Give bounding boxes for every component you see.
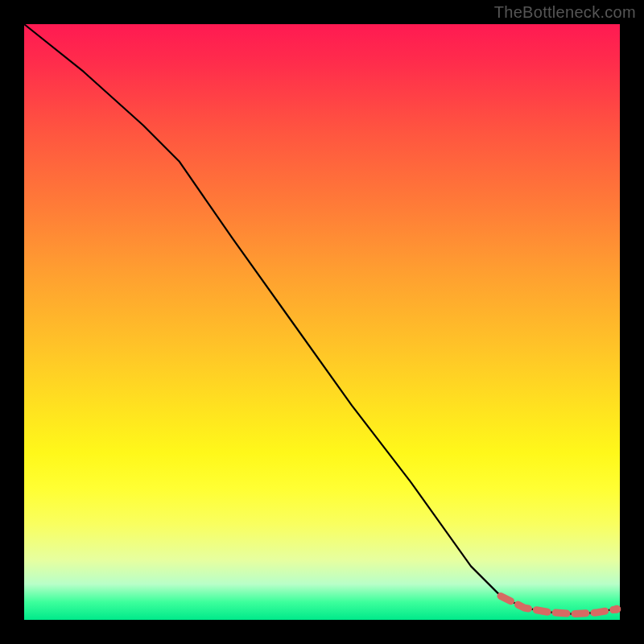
chart-overlay — [24, 24, 620, 620]
watermark-text: TheBottleneck.com — [494, 3, 636, 22]
trough-highlight-dashes — [501, 596, 617, 613]
chart-stage: TheBottleneck.com — [0, 0, 644, 644]
bottleneck-curve-line — [24, 24, 620, 614]
curve-end-dot — [613, 605, 621, 613]
